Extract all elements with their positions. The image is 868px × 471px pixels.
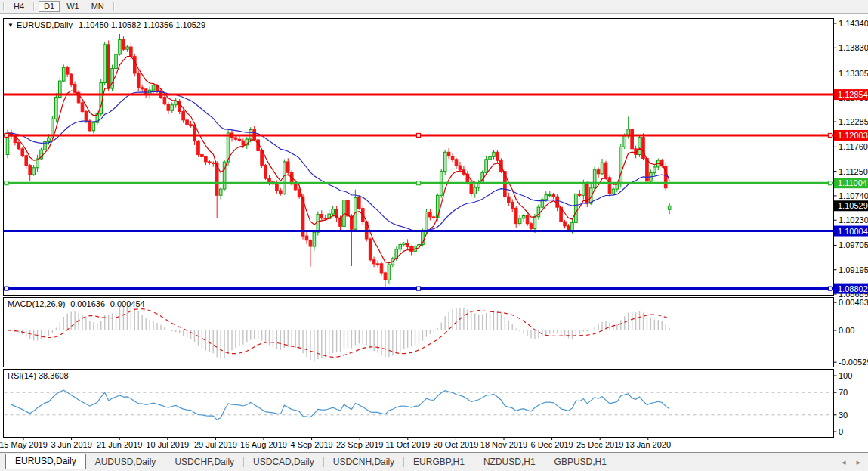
- svg-text:1.09195: 1.09195: [839, 265, 868, 274]
- macd-indicator-label: MACD(12,26,9) -0.001636 -0.000454: [8, 299, 145, 308]
- toolbar-separator: [113, 2, 115, 11]
- tab-separator: [474, 457, 474, 467]
- chart-title: ▼EURUSD,Daily1.10450 1.10582 1.10356 1.1…: [8, 20, 205, 29]
- macd-name: MACD(12,26,9): [8, 299, 65, 308]
- svg-text:6 Dec 2019: 6 Dec 2019: [530, 440, 573, 449]
- tab-scroll-left-icon[interactable]: ◂: [842, 458, 846, 466]
- chart-tab-gbpusd-h1[interactable]: GBPUSD,H1: [547, 454, 614, 469]
- svg-text:-0.005299: -0.005299: [839, 358, 868, 367]
- rsi-indicator-label: RSI(14) 38.3608: [8, 371, 69, 380]
- toolbar-separator: [3, 2, 5, 11]
- main-price-panel[interactable]: [4, 19, 834, 296]
- mt4-chart-window: { "toolbar": { "buttons": [ {"label": "H…: [0, 0, 868, 471]
- svg-text:21 Jun 2019: 21 Jun 2019: [97, 440, 143, 449]
- chart-tab-audusd-daily[interactable]: AUDUSD,Daily: [88, 454, 164, 469]
- chart-tab-eurgbp-h1[interactable]: EURGBP,H1: [406, 454, 472, 469]
- svg-text:100: 100: [839, 371, 852, 380]
- toolbar-separator: [33, 2, 35, 11]
- hline-handle[interactable]: [417, 287, 421, 290]
- timeframe-button-h4[interactable]: H4: [8, 1, 29, 12]
- svg-text:25 Dec 2019: 25 Dec 2019: [576, 440, 623, 449]
- svg-text:1.10529: 1.10529: [838, 201, 868, 210]
- macd-values: -0.001636 -0.000454: [67, 299, 144, 308]
- svg-text:4 Sep 2019: 4 Sep 2019: [290, 440, 332, 449]
- hline-handle[interactable]: [417, 181, 421, 185]
- rsi-value: 38.3608: [39, 371, 69, 380]
- timeframe-button-w1[interactable]: W1: [61, 1, 85, 12]
- svg-text:13 Jan 2020: 13 Jan 2020: [626, 440, 672, 449]
- hline-handle[interactable]: [5, 181, 8, 185]
- tab-separator: [545, 457, 545, 467]
- hline-handle[interactable]: [5, 287, 8, 290]
- svg-text:1.10004: 1.10004: [838, 227, 868, 236]
- svg-text:29 Jul 2019: 29 Jul 2019: [194, 440, 237, 449]
- svg-text:30 Oct 2019: 30 Oct 2019: [433, 440, 478, 449]
- rsi-panel[interactable]: [4, 370, 834, 438]
- svg-text:1.11760: 1.11760: [839, 142, 868, 151]
- svg-text:1.12003: 1.12003: [838, 131, 868, 140]
- svg-text:10 Jul 2019: 10 Jul 2019: [146, 440, 189, 449]
- svg-text:0.00463: 0.00463: [839, 298, 868, 307]
- svg-text:11 Oct 2019: 11 Oct 2019: [385, 440, 430, 449]
- timeframe-button-d1[interactable]: D1: [39, 1, 60, 12]
- rsi-name: RSI(14): [8, 371, 36, 380]
- tab-separator: [323, 457, 324, 467]
- hline-handle[interactable]: [829, 133, 832, 137]
- chart-tab-usdchf-daily[interactable]: USDCHF,Daily: [167, 454, 242, 469]
- chart-ohlc-values: 1.10450 1.10582 1.10356 1.10529: [79, 20, 205, 29]
- date-axis: 15 May 20193 Jun 201921 Jun 201910 Jul 2…: [0, 437, 671, 449]
- svg-text:1.11250: 1.11250: [839, 167, 868, 176]
- symbol-dropdown-icon[interactable]: ▼: [8, 22, 14, 29]
- hline-handle[interactable]: [417, 133, 421, 137]
- svg-text:3 Jun 2019: 3 Jun 2019: [51, 440, 91, 449]
- tab-separator: [165, 457, 165, 467]
- svg-text:1.10230: 1.10230: [839, 215, 868, 225]
- svg-text:23 Sep 2019: 23 Sep 2019: [336, 440, 383, 449]
- tab-scroll-right-icon[interactable]: ▸: [856, 458, 860, 466]
- hline-handle[interactable]: [5, 133, 8, 137]
- chart-tab-usdcad-daily[interactable]: USDCAD,Daily: [246, 454, 322, 469]
- chart-tab-bar: EURUSD,DailyAUDUSD,DailyUSDCHF,DailyUSDC…: [0, 452, 868, 471]
- tab-separator: [243, 457, 244, 467]
- svg-text:15 May 2019: 15 May 2019: [0, 440, 48, 449]
- svg-text:1.08802: 1.08802: [838, 284, 868, 293]
- hline-handle[interactable]: [829, 181, 832, 185]
- svg-text:70: 70: [839, 388, 848, 397]
- svg-text:18 Nov 2019: 18 Nov 2019: [480, 440, 527, 449]
- tab-separator: [616, 457, 616, 467]
- tab-scroll-arrows: ◂▸: [842, 458, 868, 466]
- svg-text:0.00: 0.00: [839, 326, 854, 335]
- timeframe-toolbar: H4D1W1MN: [0, 0, 868, 14]
- price-axis: 1.143401.138301.133051.127951.122851.117…: [834, 19, 868, 436]
- svg-text:1.10740: 1.10740: [839, 191, 868, 200]
- svg-text:30: 30: [839, 411, 848, 420]
- chart-tab-nzdusd-h1[interactable]: NZDUSD,H1: [476, 454, 543, 469]
- svg-text:0: 0: [839, 427, 843, 436]
- svg-text:1.14340: 1.14340: [839, 19, 868, 28]
- timeframe-button-mn[interactable]: MN: [86, 1, 110, 12]
- chart-symbol-label: EURUSD,Daily: [17, 20, 73, 29]
- chart-tab-eurusd-daily[interactable]: EURUSD,Daily: [5, 454, 86, 469]
- svg-text:1.13830: 1.13830: [839, 43, 868, 52]
- chart-tab-usdcnh-daily[interactable]: USDCNH,Daily: [326, 454, 402, 469]
- svg-text:1.09705: 1.09705: [839, 240, 868, 249]
- svg-text:1.12285: 1.12285: [839, 117, 868, 126]
- chart-canvas[interactable]: 1.143401.138301.133051.127951.122851.117…: [0, 0, 868, 471]
- hline-handle[interactable]: [829, 287, 832, 290]
- svg-text:1.12854: 1.12854: [838, 90, 868, 99]
- svg-text:16 Aug 2019: 16 Aug 2019: [240, 440, 287, 449]
- svg-text:1.11004: 1.11004: [838, 178, 867, 187]
- svg-text:1.13305: 1.13305: [839, 69, 868, 78]
- tab-separator: [403, 457, 404, 467]
